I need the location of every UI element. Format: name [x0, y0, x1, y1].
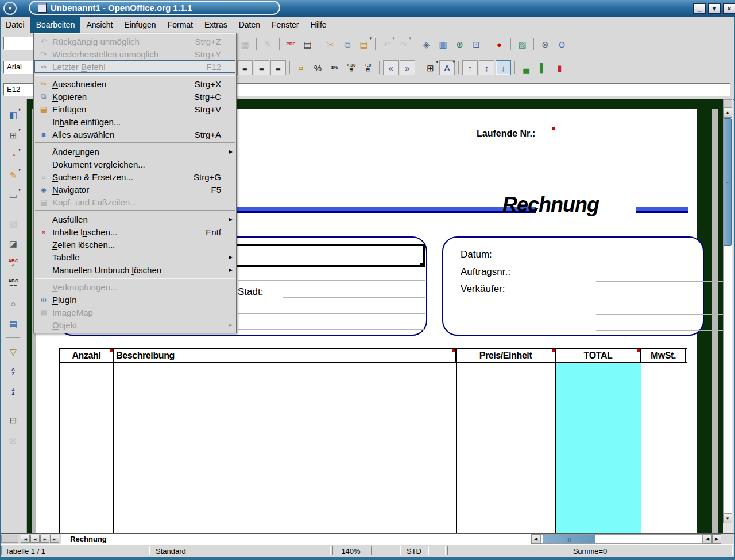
navigator-icon[interactable]: ◈: [419, 37, 434, 52]
menu-item-plugin[interactable]: ⊕PlugIn: [34, 293, 235, 306]
window-menu-button[interactable]: ▼: [3, 2, 17, 15]
order-box-label[interactable]: Verkäufer:: [461, 283, 505, 295]
scroll-left-button[interactable]: ◀: [531, 534, 540, 544]
scroll-right-button[interactable]: ▶: [712, 534, 721, 544]
zoom-icon[interactable]: ⊡: [469, 37, 484, 52]
dropdown-arrow-icon[interactable]: ▾: [409, 36, 411, 41]
scroll-up-button[interactable]: ▲: [723, 108, 732, 118]
menu-item-paste[interactable]: ▤EinfügenStrg+V: [34, 103, 235, 115]
menu-item-links[interactable]: Verknüpfungen...: [34, 281, 235, 293]
sort-descending-icon[interactable]: Z A: [6, 384, 21, 399]
align-justify-icon[interactable]: ≡: [270, 60, 286, 75]
selection-fill-handle[interactable]: [420, 263, 424, 267]
align-center-vertically-icon[interactable]: ↕: [479, 60, 494, 75]
menu-item-redo[interactable]: ↷Wiederherstellen unmöglichStrg+Y: [34, 48, 235, 60]
menubar-item-daten[interactable]: Daten: [233, 17, 266, 33]
menu-item-delete-contents[interactable]: ×Inhalte löschen...Entf: [34, 225, 235, 238]
menu-item-imagemap[interactable]: ▦ImageMap: [34, 306, 235, 318]
page-style[interactable]: Standard: [152, 546, 331, 555]
vertical-scrollbar[interactable]: ▲ ≡ ▼: [723, 99, 733, 533]
menubar-item-hilfe[interactable]: Hilfe: [305, 17, 332, 33]
zoom-level[interactable]: 140%: [332, 546, 369, 555]
shade-button[interactable]: ▼: [708, 3, 721, 14]
align-top-icon[interactable]: ↑: [462, 60, 478, 75]
insert-object-icon[interactable]: ◔▸: [6, 147, 21, 162]
stadt-label[interactable]: Stadt:: [238, 286, 263, 298]
hyperlink-icon[interactable]: ⊕: [452, 37, 467, 52]
scroll-left-button-2[interactable]: ◀: [703, 534, 712, 544]
next-sheet-button[interactable]: ▶: [40, 535, 49, 543]
menu-item-find-replace[interactable]: ○Suchen & Ersetzen...Strg+G: [34, 170, 235, 183]
menu-item-headers-footers[interactable]: ▤Kopf- und Fußzeilen...: [34, 196, 235, 208]
first-sheet-button[interactable]: |◀: [21, 535, 30, 543]
add-decimal-place-icon[interactable]: +,00 ⊞: [343, 60, 359, 75]
minimize-button[interactable]: _: [693, 3, 706, 14]
copy-icon[interactable]: ⧉: [339, 37, 355, 52]
number-format-currency-icon[interactable]: ¤: [293, 60, 309, 75]
dropdown-arrow-icon[interactable]: ▾: [369, 36, 372, 41]
insert-rows-icon[interactable]: ▄: [519, 60, 534, 75]
menu-item-copy[interactable]: ⧉KopierenStrg+C: [34, 90, 235, 103]
insert-chart-icon[interactable]: ▮: [552, 60, 567, 75]
last-sheet-button[interactable]: ▶|: [50, 535, 59, 543]
menubar-item-extras[interactable]: Extras: [199, 17, 233, 33]
column-header-beschreibung[interactable]: Beschreibung: [114, 349, 457, 362]
table-body-column-total[interactable]: [556, 363, 641, 533]
align-bottom-icon[interactable]: ↓: [496, 60, 511, 75]
stylist-icon[interactable]: ▥: [435, 37, 451, 52]
table-body-column-preiseinheit[interactable]: [457, 363, 556, 533]
borders-icon[interactable]: ⊞▾: [423, 60, 438, 75]
increase-indent-icon[interactable]: »: [400, 60, 415, 75]
number-format-standard-icon[interactable]: $%: [327, 60, 342, 75]
dropdown-arrow-icon[interactable]: ▾: [392, 36, 394, 41]
stop-loading-icon[interactable]: ⊗: [537, 37, 553, 52]
redo-icon[interactable]: ↷▾: [396, 37, 411, 52]
menubar-item-format[interactable]: Format: [162, 17, 199, 33]
form-controls-icon[interactable]: ▭▸: [6, 188, 21, 203]
align-center-icon[interactable]: ≡: [237, 60, 253, 75]
edit-points-icon[interactable]: ▨: [6, 216, 21, 231]
export-pdf-icon[interactable]: PDF: [283, 37, 299, 52]
undo-icon[interactable]: ↶▾: [379, 37, 394, 52]
insert-columns-icon[interactable]: ▌: [535, 60, 551, 75]
modified-flag[interactable]: [431, 546, 446, 555]
show-draw-functions-icon[interactable]: ✎▸: [6, 168, 21, 182]
sheet-tab-strip[interactable]: Rechnung: [61, 534, 532, 545]
paste-icon[interactable]: ▤▾: [356, 37, 372, 52]
column-header-mwst[interactable]: MwSt.: [641, 349, 686, 362]
sort-ascending-icon[interactable]: A Z: [6, 364, 21, 379]
menu-item-delete-manual-break[interactable]: Manuellen Umbruch löschen▶: [34, 263, 235, 276]
menubar-item-bearbeiten[interactable]: Bearbeiten: [30, 17, 81, 33]
decrease-indent-icon[interactable]: «: [383, 60, 399, 75]
fill-format-mode-icon[interactable]: ◪: [6, 236, 21, 251]
laufende-nr-label[interactable]: Laufende Nr.:: [477, 129, 535, 139]
menu-item-paste-special[interactable]: Inhalte einfügen...: [34, 115, 235, 128]
menu-item-undo[interactable]: ↶Rückgängig unmöglichStrg+Z: [34, 35, 235, 48]
gallery-icon[interactable]: ▨: [514, 37, 530, 52]
menubar-item-einfuegen[interactable]: Einfügen: [118, 17, 161, 33]
dropdown-arrow-icon[interactable]: ▾: [452, 60, 455, 64]
column-header-total[interactable]: TOTAL: [556, 349, 641, 362]
ungroup-icon[interactable]: ⊠: [6, 433, 21, 448]
auto-spellcheck-icon[interactable]: ABC ∼∼: [6, 276, 21, 291]
split-handle[interactable]: [723, 99, 732, 108]
insert-mode[interactable]: [371, 546, 401, 555]
menu-item-changes[interactable]: Änderungen▶: [34, 145, 235, 158]
sheet-tab-rechnung[interactable]: Rechnung: [63, 534, 114, 545]
invoice-title[interactable]: Rechnung: [502, 193, 599, 217]
background-color-icon[interactable]: A▾: [439, 60, 455, 75]
menu-item-navigator[interactable]: ◈NavigatorF5: [34, 183, 235, 196]
menu-item-sheet[interactable]: Tabelle▶: [34, 251, 235, 263]
scroll-down-button[interactable]: ▼: [723, 514, 732, 523]
menubar-item-datei[interactable]: Datei: [0, 17, 30, 33]
sheet-indicator[interactable]: Tabelle 1 / 1: [1, 546, 150, 555]
cut-icon[interactable]: ✂: [323, 37, 338, 52]
table-body-column-mwst[interactable]: [641, 363, 686, 533]
record-macro-icon[interactable]: ●: [492, 37, 507, 52]
table-body-column-anzahl[interactable]: [60, 363, 114, 533]
menu-item-cut[interactable]: ✂AusschneidenStrg+X: [34, 77, 235, 90]
menu-item-delete-cells[interactable]: Zellen löschen...: [34, 238, 235, 251]
group-icon[interactable]: ⊟: [6, 413, 21, 427]
spellcheck-icon[interactable]: ABC ✓: [6, 256, 21, 271]
number-format-percent-icon[interactable]: %: [310, 60, 326, 75]
